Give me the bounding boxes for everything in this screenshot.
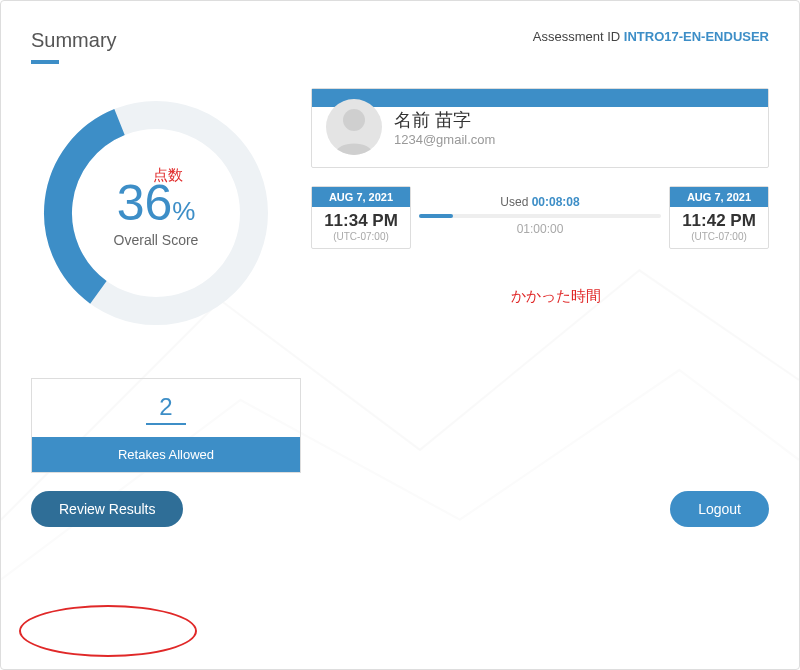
- avatar: [326, 99, 382, 155]
- end-time-box: AUG 7, 2021 11:42 PM (UTC-07:00): [669, 186, 769, 249]
- assessment-id-link[interactable]: INTRO17-EN-ENDUSER: [624, 29, 769, 44]
- start-time-box: AUG 7, 2021 11:34 PM (UTC-07:00): [311, 186, 411, 249]
- logout-button[interactable]: Logout: [670, 491, 769, 527]
- svg-point-1: [343, 109, 365, 131]
- time-used: 00:08:08: [532, 195, 580, 209]
- retakes-card: 2 Retakes Allowed: [31, 378, 301, 473]
- page-title: Summary: [31, 29, 117, 52]
- review-results-button[interactable]: Review Results: [31, 491, 183, 527]
- time-max: 01:00:00: [419, 222, 661, 236]
- user-card: 名前 苗字 1234@gmail.com: [311, 88, 769, 168]
- time-progress: [419, 214, 661, 218]
- overall-score-donut: 36% Overall Score: [31, 88, 281, 338]
- time-row: AUG 7, 2021 11:34 PM (UTC-07:00) Used 00…: [311, 186, 769, 249]
- score-label: Overall Score: [114, 232, 199, 248]
- retakes-value: 2: [32, 379, 300, 423]
- score-value: 36: [117, 175, 173, 231]
- assessment-id: Assessment ID INTRO17-EN-ENDUSER: [533, 29, 769, 44]
- user-name: 名前 苗字: [394, 108, 495, 132]
- user-email: 1234@gmail.com: [394, 132, 495, 147]
- retakes-label: Retakes Allowed: [32, 437, 300, 472]
